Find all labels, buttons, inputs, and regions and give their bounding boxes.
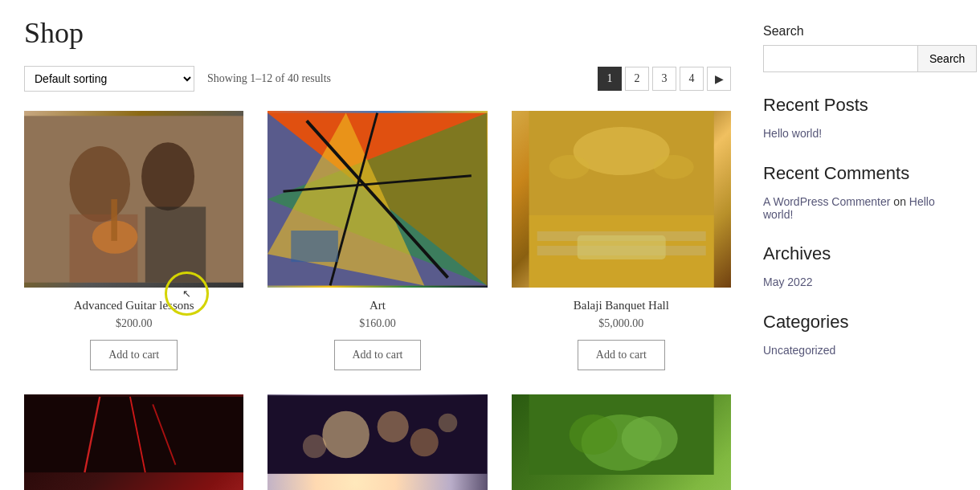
product-card-guitar: Advanced Guitar lessons $200.00 Add to c… bbox=[24, 111, 243, 370]
svg-rect-29 bbox=[267, 395, 487, 474]
product-card-row2-1 bbox=[24, 394, 243, 490]
page-btn-next[interactable]: ▶ bbox=[707, 67, 731, 91]
svg-rect-15 bbox=[292, 231, 339, 262]
product-card-row2-2 bbox=[267, 394, 487, 490]
svg-point-34 bbox=[439, 414, 457, 432]
svg-rect-7 bbox=[111, 199, 117, 241]
svg-point-38 bbox=[621, 416, 677, 461]
recent-comments-section: Recent Comments A WordPress Commenter on… bbox=[763, 163, 956, 221]
svg-point-31 bbox=[378, 411, 409, 443]
search-label: Search bbox=[763, 24, 956, 39]
product-image-art bbox=[267, 111, 487, 288]
add-to-cart-banquet[interactable]: Add to cart bbox=[578, 340, 665, 370]
pagination: 1 2 3 4 ▶ bbox=[598, 67, 731, 91]
archives-section: Archives May 2022 bbox=[763, 243, 956, 289]
product-price-banquet: $5,000.00 bbox=[598, 317, 643, 330]
archive-may-2022[interactable]: May 2022 bbox=[763, 276, 812, 288]
product-name-banquet: Balaji Banquet Hall bbox=[574, 299, 669, 312]
cursor-indicator: ↖ bbox=[165, 272, 209, 316]
main-content: Shop Default sorting Sort by popularity … bbox=[24, 16, 731, 490]
categories-section: Categories Uncategorized bbox=[763, 312, 956, 357]
svg-point-3 bbox=[141, 142, 194, 210]
search-button[interactable]: Search bbox=[918, 45, 977, 72]
svg-rect-25 bbox=[24, 397, 243, 472]
recent-posts-section: Recent Posts Hello world! bbox=[763, 95, 956, 141]
add-to-cart-guitar[interactable]: Add to cart bbox=[90, 340, 178, 370]
product-card-banquet: Balaji Banquet Hall $5,000.00 Add to car… bbox=[512, 111, 731, 370]
product-image-row2-1 bbox=[24, 394, 243, 490]
product-image-guitar bbox=[24, 111, 243, 288]
add-to-cart-art[interactable]: Add to cart bbox=[334, 340, 422, 370]
recent-post-hello-world[interactable]: Hello world! bbox=[763, 127, 822, 140]
commenter-link[interactable]: A WordPress Commenter bbox=[763, 195, 890, 208]
results-count: Showing 1–12 of 40 results bbox=[207, 72, 331, 85]
product-image-banquet bbox=[512, 111, 731, 288]
page-btn-4[interactable]: 4 bbox=[680, 67, 704, 91]
page-title: Shop bbox=[24, 16, 731, 50]
recent-posts-title: Recent Posts bbox=[763, 95, 956, 116]
products-grid-row2 bbox=[24, 394, 731, 490]
toolbar-left: Default sorting Sort by popularity Sort … bbox=[24, 66, 331, 92]
svg-point-30 bbox=[323, 411, 370, 459]
product-price-art: $160.00 bbox=[359, 317, 396, 330]
category-uncategorized[interactable]: Uncategorized bbox=[763, 344, 835, 357]
product-price-guitar: $200.00 bbox=[116, 317, 153, 330]
archives-title: Archives bbox=[763, 243, 956, 264]
comment-on-text: on bbox=[893, 195, 909, 208]
page-btn-2[interactable]: 2 bbox=[625, 67, 649, 91]
search-row: Search bbox=[763, 45, 956, 72]
svg-point-32 bbox=[303, 435, 326, 458]
product-image-row2-2 bbox=[267, 394, 487, 490]
sort-select[interactable]: Default sorting Sort by popularity Sort … bbox=[24, 66, 194, 92]
sidebar: Search Search Recent Posts Hello world! … bbox=[763, 16, 956, 490]
page-btn-3[interactable]: 3 bbox=[652, 67, 676, 91]
search-section: Search Search bbox=[763, 24, 956, 72]
svg-rect-23 bbox=[577, 235, 665, 259]
products-grid: Advanced Guitar lessons $200.00 Add to c… bbox=[24, 111, 731, 370]
recent-comments-title: Recent Comments bbox=[763, 163, 956, 184]
product-card-art: Art $160.00 Add to cart bbox=[267, 111, 487, 370]
svg-point-33 bbox=[410, 428, 439, 456]
page-btn-1[interactable]: 1 bbox=[598, 67, 622, 91]
product-image-row2-3 bbox=[512, 394, 731, 490]
svg-point-2 bbox=[70, 146, 130, 222]
search-input[interactable] bbox=[763, 45, 918, 72]
recent-comment-line: A WordPress Commenter on Hello world! bbox=[763, 195, 956, 221]
svg-point-37 bbox=[569, 414, 617, 455]
product-card-row2-3 bbox=[512, 394, 731, 490]
svg-rect-24 bbox=[529, 111, 713, 215]
shop-toolbar: Default sorting Sort by popularity Sort … bbox=[24, 66, 731, 92]
categories-title: Categories bbox=[763, 312, 956, 333]
product-name-art: Art bbox=[370, 299, 386, 312]
